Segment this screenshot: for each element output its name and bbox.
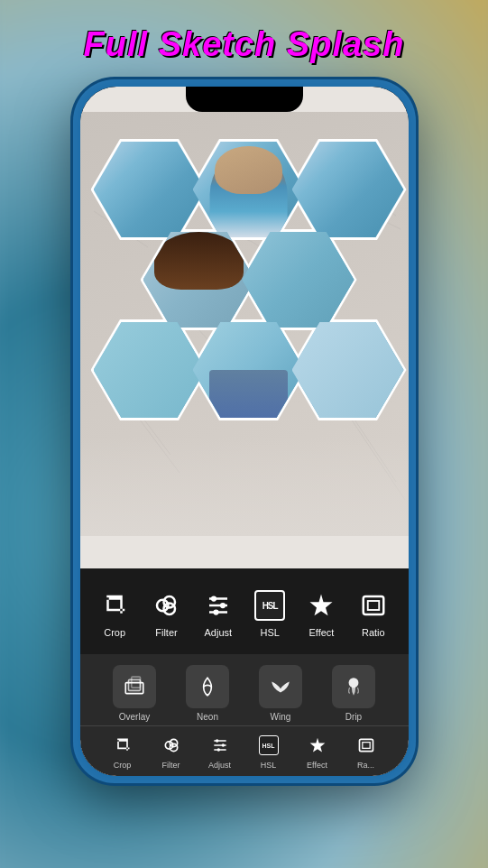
svg-rect-36 bbox=[359, 739, 373, 751]
submenu-hsl-icon: HSL bbox=[255, 732, 282, 759]
effect-label: Effect bbox=[309, 627, 335, 638]
ratio-label: Ratio bbox=[362, 627, 385, 638]
ratio-icon bbox=[357, 589, 390, 622]
adjust-tool[interactable]: Adjust bbox=[202, 589, 235, 638]
photo-area bbox=[80, 112, 409, 536]
submenu-filter-label: Filter bbox=[162, 761, 180, 770]
effect-tool[interactable]: Effect bbox=[305, 589, 337, 638]
submenu-top-row: Overlay Neon bbox=[80, 654, 409, 725]
crop-label: Crop bbox=[104, 627, 125, 638]
effect-icon bbox=[305, 589, 337, 622]
svg-point-18 bbox=[213, 609, 218, 614]
phone-frame: Crop Filter bbox=[73, 79, 416, 783]
sketch-bottom bbox=[80, 437, 409, 536]
overlay-label: Overlay bbox=[119, 712, 150, 722]
filter-label: Filter bbox=[155, 627, 177, 638]
app-title: Full Sketch Splash bbox=[0, 25, 488, 64]
crop-icon bbox=[98, 589, 131, 622]
svg-rect-20 bbox=[364, 596, 384, 614]
drip-item[interactable]: Drip bbox=[332, 665, 375, 722]
wing-label: Wing bbox=[271, 712, 291, 722]
svg-rect-23 bbox=[129, 679, 141, 690]
hsl-tool[interactable]: HSL HSL bbox=[253, 589, 286, 638]
submenu-bottom-row: Crop Filter bbox=[80, 725, 409, 776]
svg-point-16 bbox=[220, 603, 226, 608]
ratio-tool[interactable]: Ratio bbox=[357, 589, 390, 638]
adjust-label: Adjust bbox=[205, 627, 233, 638]
adjust-icon bbox=[202, 589, 235, 622]
crop-tool[interactable]: Crop bbox=[98, 589, 131, 638]
submenu-filter[interactable]: Filter bbox=[158, 732, 185, 770]
drip-icon bbox=[332, 665, 375, 708]
svg-marker-35 bbox=[309, 738, 325, 753]
submenu-hsl-label: HSL bbox=[261, 761, 277, 770]
submenu-ratio-icon bbox=[353, 732, 380, 759]
svg-rect-21 bbox=[368, 601, 380, 610]
overlay-item[interactable]: Overlay bbox=[113, 665, 156, 722]
hsl-icon: HSL bbox=[253, 589, 286, 622]
submenu-adjust-icon bbox=[207, 732, 234, 759]
neon-icon bbox=[186, 665, 229, 708]
submenu-hsl[interactable]: HSL HSL bbox=[255, 732, 282, 770]
submenu-filter-icon bbox=[158, 732, 185, 759]
filter-icon bbox=[150, 589, 182, 622]
hsl-label: HSL bbox=[260, 627, 279, 638]
photo-content bbox=[80, 112, 409, 536]
svg-marker-19 bbox=[310, 595, 333, 616]
svg-point-10 bbox=[157, 600, 169, 612]
submenu-effect-icon bbox=[304, 732, 331, 759]
submenu-effect[interactable]: Effect bbox=[304, 732, 331, 770]
notch bbox=[186, 87, 303, 112]
svg-point-30 bbox=[216, 739, 218, 742]
overlay-icon bbox=[113, 665, 156, 708]
submenu: Overlay Neon bbox=[80, 654, 409, 776]
submenu-effect-label: Effect bbox=[307, 761, 327, 770]
screen: Crop Filter bbox=[80, 87, 409, 776]
wing-item[interactable]: Wing bbox=[259, 665, 302, 722]
submenu-adjust[interactable]: Adjust bbox=[207, 732, 234, 770]
submenu-ratio[interactable]: Ra... bbox=[353, 732, 380, 770]
main-toolbar: Crop Filter bbox=[80, 568, 409, 659]
svg-point-34 bbox=[216, 748, 219, 751]
submenu-crop[interactable]: Crop bbox=[109, 732, 136, 770]
neon-label: Neon bbox=[197, 712, 218, 722]
submenu-adjust-label: Adjust bbox=[208, 761, 231, 770]
submenu-ratio-label: Ra... bbox=[357, 761, 374, 770]
svg-point-32 bbox=[221, 743, 224, 746]
svg-rect-37 bbox=[362, 743, 369, 749]
phone-inner: Crop Filter bbox=[80, 87, 409, 776]
neon-item[interactable]: Neon bbox=[186, 665, 229, 722]
submenu-crop-icon bbox=[109, 732, 136, 759]
filter-tool[interactable]: Filter bbox=[150, 589, 182, 638]
submenu-crop-label: Crop bbox=[114, 761, 132, 770]
svg-point-26 bbox=[165, 742, 172, 749]
svg-point-25 bbox=[349, 678, 359, 688]
svg-point-14 bbox=[211, 596, 216, 601]
wing-icon bbox=[259, 665, 302, 708]
drip-label: Drip bbox=[345, 712, 362, 722]
